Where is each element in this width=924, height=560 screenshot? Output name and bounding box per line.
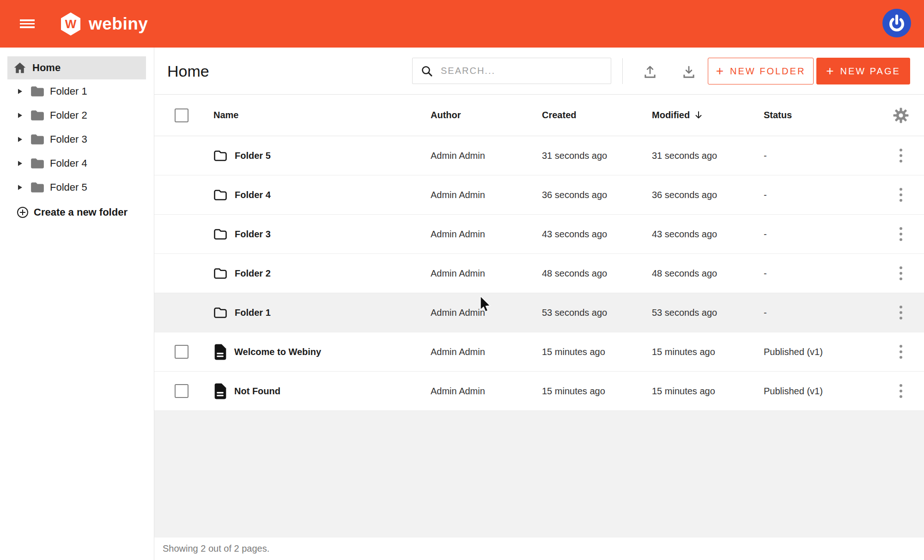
row-name[interactable]: Folder 1 (235, 307, 271, 318)
kebab-menu-icon[interactable] (899, 305, 903, 320)
sidebar-item-label: Folder 5 (50, 181, 87, 193)
select-all-checkbox[interactable] (175, 108, 188, 122)
row-created: 43 seconds ago (542, 229, 652, 240)
logo-letter: W (65, 17, 77, 31)
user-avatar[interactable] (882, 8, 912, 38)
kebab-menu-icon[interactable] (899, 265, 903, 281)
row-created: 48 seconds ago (542, 268, 652, 279)
column-settings-gear-icon[interactable] (893, 108, 909, 123)
column-header-modified[interactable]: Modified (652, 110, 764, 120)
hamburger-menu-icon[interactable] (20, 19, 35, 28)
chevron-right-icon[interactable] (18, 88, 23, 95)
folder-filled-icon (30, 109, 45, 121)
row-status: - (764, 268, 887, 279)
row-modified: 31 seconds ago (652, 151, 764, 161)
folder-filled-icon (30, 181, 45, 193)
sidebar-item-home[interactable]: Home (7, 56, 146, 79)
row-status: - (764, 229, 887, 240)
download-icon (681, 65, 696, 79)
sidebar-item-label: Folder 4 (50, 157, 87, 169)
upload-icon (643, 65, 657, 79)
kebab-menu-icon[interactable] (899, 226, 903, 242)
row-author: Admin Admin (431, 151, 542, 161)
empty-area (154, 411, 924, 537)
kebab-menu-icon[interactable] (899, 187, 903, 203)
page-document-icon (213, 383, 227, 400)
row-created: 15 minutes ago (542, 386, 652, 397)
row-name[interactable]: Folder 5 (235, 151, 271, 161)
row-status: - (764, 151, 887, 161)
topbar: W webiny (0, 0, 924, 48)
row-name[interactable]: Welcome to Webiny (234, 347, 321, 357)
webiny-hexagon-icon: W (61, 12, 81, 36)
row-modified: 15 minutes ago (652, 386, 764, 397)
sidebar: Home Folder 1 Folder 2 Folder 3 Folder 4… (0, 48, 154, 560)
chevron-right-icon[interactable] (18, 112, 23, 119)
column-header-author[interactable]: Author (431, 110, 542, 120)
table-row[interactable]: Folder 2 Admin Admin 48 seconds ago 48 s… (154, 254, 924, 293)
table-row[interactable]: Folder 3 Admin Admin 43 seconds ago 43 s… (154, 215, 924, 254)
row-name[interactable]: Folder 3 (235, 229, 271, 240)
pagination-summary: Showing 2 out of 2 pages. (163, 543, 269, 554)
import-pages-button[interactable] (681, 64, 697, 80)
row-created: 53 seconds ago (542, 307, 652, 318)
search-input[interactable] (440, 65, 602, 77)
sidebar-item-folder-5[interactable]: Folder 5 (0, 175, 154, 199)
row-name[interactable]: Folder 2 (235, 268, 271, 279)
webiny-logo: W webiny (61, 0, 148, 48)
footer: Showing 2 out of 2 pages. (154, 537, 924, 560)
toolbar-divider (622, 58, 623, 84)
folder-filled-icon (30, 133, 45, 145)
folder-icon (213, 228, 227, 240)
table-header: Name Author Created Modified Status (154, 95, 924, 136)
kebab-menu-icon[interactable] (899, 148, 903, 163)
row-author: Admin Admin (431, 307, 542, 318)
row-author: Admin Admin (431, 190, 542, 200)
plus-icon: + (826, 65, 833, 78)
page-document-icon (213, 343, 227, 361)
new-page-button[interactable]: + NEW PAGE (816, 58, 910, 84)
search-icon (421, 65, 433, 77)
row-modified: 43 seconds ago (652, 229, 764, 240)
new-folder-button[interactable]: + NEW FOLDER (708, 58, 814, 84)
column-header-status[interactable]: Status (764, 110, 887, 120)
kebab-menu-icon[interactable] (899, 344, 903, 360)
chevron-right-icon[interactable] (18, 184, 23, 191)
sidebar-item-label: Folder 2 (50, 109, 87, 121)
row-name[interactable]: Folder 4 (235, 190, 271, 200)
row-checkbox[interactable] (175, 345, 188, 359)
table-row[interactable]: Not Found Admin Admin 15 minutes ago 15 … (154, 372, 924, 411)
table-row[interactable]: Folder 5 Admin Admin 31 seconds ago 31 s… (154, 136, 924, 175)
row-modified: 53 seconds ago (652, 307, 764, 318)
row-modified: 36 seconds ago (652, 190, 764, 200)
column-header-created[interactable]: Created (542, 110, 652, 120)
column-header-name[interactable]: Name (213, 110, 431, 120)
export-pages-button[interactable] (642, 64, 658, 80)
sidebar-item-folder-3[interactable]: Folder 3 (0, 127, 154, 151)
sidebar-item-folder-4[interactable]: Folder 4 (0, 151, 154, 175)
row-author: Admin Admin (431, 347, 542, 357)
create-new-folder-button[interactable]: Create a new folder (0, 199, 154, 225)
new-page-label: NEW PAGE (840, 66, 900, 77)
select-all-cell (175, 108, 213, 122)
sidebar-item-folder-2[interactable]: Folder 2 (0, 103, 154, 127)
row-checkbox[interactable] (175, 384, 188, 398)
row-author: Admin Admin (431, 386, 542, 397)
kebab-menu-icon[interactable] (899, 383, 903, 399)
brand-wordmark: webiny (89, 14, 148, 34)
power-icon (882, 8, 912, 38)
table-row[interactable]: Welcome to Webiny Admin Admin 15 minutes… (154, 332, 924, 372)
chevron-right-icon[interactable] (18, 136, 23, 143)
table-row[interactable]: Folder 4 Admin Admin 36 seconds ago 36 s… (154, 175, 924, 215)
table-row[interactable]: Folder 1 Admin Admin 53 seconds ago 53 s… (154, 293, 924, 332)
row-modified: 15 minutes ago (652, 347, 764, 357)
row-select-cell (175, 384, 213, 398)
row-name[interactable]: Not Found (234, 386, 280, 397)
row-author: Admin Admin (431, 229, 542, 240)
chevron-right-icon[interactable] (18, 160, 23, 167)
modified-label: Modified (652, 110, 690, 120)
create-new-folder-label: Create a new folder (34, 206, 128, 218)
row-status: - (764, 190, 887, 200)
sidebar-item-folder-1[interactable]: Folder 1 (0, 79, 154, 103)
folder-icon (213, 307, 227, 319)
